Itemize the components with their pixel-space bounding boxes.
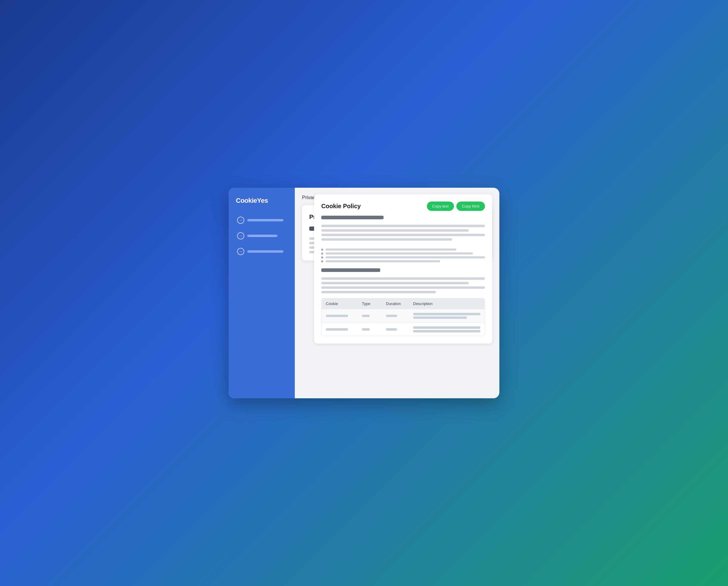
cookie-cell-line-2	[326, 328, 348, 331]
bullet-item-2	[321, 252, 485, 254]
arrow-right-icon-1: →	[237, 216, 244, 224]
cookie-heading-2	[321, 268, 380, 272]
bullet-item-3	[321, 256, 485, 258]
cookie-line-4	[321, 238, 452, 241]
cookie-line-6	[321, 282, 469, 284]
type-cell-line-1	[362, 315, 370, 317]
logo-area: CookieYes	[229, 197, 295, 213]
nav-label-3	[247, 250, 283, 253]
cookie-line-5	[321, 277, 485, 280]
cookie-line-1	[321, 225, 485, 227]
table-row-2	[321, 323, 485, 336]
type-cell-line-2	[362, 328, 370, 331]
cookie-copy-text-button[interactable]: Copy text	[427, 202, 454, 211]
cookie-heading-1	[321, 216, 384, 219]
cookie-card-header: Cookie Policy Copy text Copy html	[321, 202, 485, 211]
bullet-item-1	[321, 249, 485, 251]
cookie-content-1	[321, 216, 485, 241]
cookie-content-2	[321, 268, 485, 293]
cookie-policy-title: Cookie Policy	[321, 203, 361, 210]
bullet-dot-1	[321, 249, 323, 251]
bullet-line-4	[326, 260, 440, 262]
table-row-1	[321, 309, 485, 323]
cookie-line-8	[321, 291, 436, 293]
table-cell-desc-1	[409, 309, 485, 323]
table-header-duration: Duration	[382, 299, 409, 309]
bullet-dot-3	[321, 257, 323, 258]
cookie-line-7	[321, 286, 485, 289]
cookie-bullet-section-1	[321, 249, 485, 262]
sidebar-item-2[interactable]: →	[233, 229, 290, 243]
table-cell-type-1	[358, 309, 382, 323]
logo: CookieYes	[236, 197, 288, 205]
arrow-right-icon-2: →	[237, 232, 244, 239]
bullet-dot-4	[321, 260, 323, 262]
cookie-copy-html-button[interactable]: Copy html	[457, 202, 485, 211]
table-header-type: Type	[358, 299, 382, 309]
cookie-table: Cookie Type Duration Description	[321, 298, 485, 336]
duration-cell-line-2	[386, 328, 397, 331]
table-cell-desc-2	[409, 323, 485, 336]
sidebar-item-1[interactable]: →	[233, 213, 290, 227]
table-header-description: Description	[409, 299, 485, 309]
table-cell-duration-2	[382, 323, 409, 336]
bullet-dot-2	[321, 253, 323, 254]
main-content: Privacy Policy(preview) Privacy Policy C…	[295, 188, 499, 398]
table-header-cookie: Cookie	[321, 299, 358, 309]
arrow-right-icon-3: →	[237, 248, 244, 255]
desc-lines-2	[413, 326, 480, 332]
cookie-btn-group: Copy text Copy html	[427, 202, 485, 211]
cookie-line-2	[321, 229, 469, 232]
desc-line-1a	[413, 313, 480, 315]
desc-lines-1	[413, 313, 480, 319]
table-cell-cookie-1	[321, 309, 358, 323]
bullet-line-2	[326, 252, 473, 254]
table-header: Cookie Type Duration Description	[321, 299, 485, 309]
cookie-line-3	[321, 234, 485, 236]
nav-label-1	[247, 219, 283, 222]
desc-line-2b	[413, 330, 480, 332]
nav-label-2	[247, 235, 277, 237]
sidebar-item-3[interactable]: →	[233, 245, 290, 258]
table-cell-duration-1	[382, 309, 409, 323]
bullet-item-4	[321, 260, 485, 262]
duration-cell-line-1	[386, 315, 397, 317]
cookie-policy-card: Cookie Policy Copy text Copy html	[314, 194, 492, 343]
bullet-line-3	[326, 256, 485, 258]
sidebar-nav: → → →	[229, 213, 295, 258]
cookie-cell-line-1	[326, 315, 348, 317]
app-container: CookieYes → → →	[229, 188, 499, 398]
bullet-line-1	[326, 249, 457, 251]
desc-line-1b	[413, 316, 467, 319]
desc-line-2a	[413, 326, 480, 329]
table-cell-cookie-2	[321, 323, 358, 336]
sidebar: CookieYes → → →	[229, 188, 295, 398]
table-cell-type-2	[358, 323, 382, 336]
